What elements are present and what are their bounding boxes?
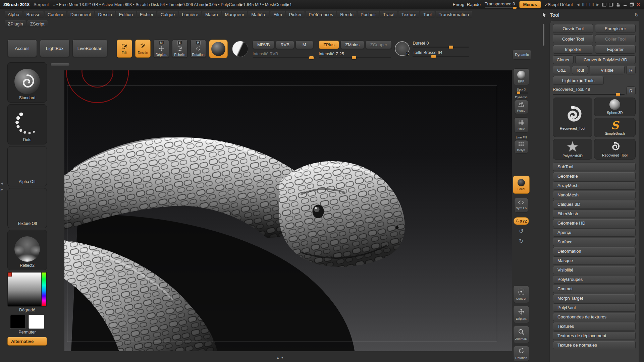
menu-item[interactable]: Pochoir [358, 11, 379, 18]
quick-save-button[interactable]: Enreg. Rapide [453, 2, 481, 7]
tool-section[interactable]: Textures de déplacement [553, 331, 636, 340]
focal-shift-slider[interactable]: Dureté 0 [413, 41, 469, 48]
maximize-icon[interactable] [630, 2, 634, 7]
frame-button[interactable]: Centrer [513, 286, 529, 303]
menu-item[interactable]: Transformation [436, 11, 472, 18]
accueil-button[interactable]: Accueil [7, 40, 37, 57]
stroke-thumbnail[interactable]: Dots [7, 104, 47, 144]
tool-section[interactable]: PolyGroupes [553, 275, 636, 284]
shelf-scroll-right-icon[interactable]: ▶ [596, 3, 599, 6]
menu-item[interactable]: Dessin [95, 11, 115, 18]
goz-all-button[interactable]: Tout [572, 66, 588, 74]
mrvb-button[interactable]: MRVB [253, 41, 274, 49]
tool-section[interactable]: Déformation [553, 247, 636, 255]
menu-item[interactable]: Matière [248, 11, 269, 18]
bpr-render-button[interactable]: BPR [513, 68, 529, 85]
tool-section[interactable]: ArrayMesh [553, 181, 636, 190]
menu-item[interactable]: Picker [286, 11, 305, 18]
make-polymesh3d-button[interactable]: Convertir PolyMesh3D [575, 55, 636, 64]
scale-button[interactable]: S Echelle [172, 40, 187, 58]
alpha-thumbnail[interactable]: Alpha Off [7, 146, 47, 186]
rotate-button[interactable]: R Rotation [191, 40, 206, 58]
menu-item[interactable]: Film [270, 11, 285, 18]
tool-section[interactable]: SubTool [553, 163, 636, 171]
tool-section[interactable]: NanoMesh [553, 191, 636, 199]
close-icon[interactable] [636, 2, 641, 7]
zadd-button[interactable]: ZPlus [319, 41, 339, 49]
texture-thumbnail[interactable]: Texture Off [7, 188, 47, 228]
tool-section[interactable]: Aperçu [553, 228, 636, 237]
goz-r-button[interactable]: R [626, 66, 636, 74]
menu-item[interactable]: Document [67, 11, 94, 18]
polyf-button[interactable]: PolyF [514, 140, 528, 154]
polymesh3d-tool[interactable]: PolyMesh3D [553, 139, 592, 160]
current-color-swatch[interactable] [8, 272, 12, 277]
tool-section[interactable]: Coordonnées de textures [553, 313, 636, 321]
minimize-icon[interactable] [623, 2, 627, 7]
menu-item[interactable]: Couleur [45, 11, 66, 18]
tool-section[interactable]: Morph Target [553, 294, 636, 302]
menu-item[interactable]: ZScript [27, 20, 48, 27]
active-tool-slider[interactable]: Recovered_Tool. 48 [553, 87, 625, 95]
panel-right-toggle-icon[interactable] [609, 3, 613, 7]
pan-button[interactable]: Déplac. [513, 306, 529, 323]
copy-tool-button[interactable]: Copier Tool [553, 35, 593, 43]
undo-icon[interactable]: ↺ [519, 228, 523, 234]
focal-shift-button[interactable]: S [395, 41, 410, 56]
material-button[interactable] [209, 40, 228, 58]
menu-item[interactable]: Lumière [179, 11, 201, 18]
panel-left-toggle-icon[interactable] [602, 3, 606, 7]
menu-item[interactable]: Alpha [5, 11, 22, 18]
menu-item[interactable]: Brosse [23, 11, 44, 18]
zoom3d-button[interactable]: Zoom3D [513, 326, 529, 343]
tool-r-button[interactable]: R [626, 86, 636, 95]
material-thumbnail[interactable]: Reflect2 [7, 230, 47, 270]
spix-handle[interactable] [517, 92, 520, 94]
secondary-color-swatch[interactable] [29, 315, 44, 329]
tool-section[interactable]: Texture de normales [553, 341, 636, 349]
tool-section[interactable]: PolyPaint [553, 303, 636, 312]
tray-expand-icon[interactable]: ▶ [1, 188, 3, 191]
saturation-value-square[interactable] [8, 273, 41, 306]
scroll-up-icon[interactable]: ▲ [276, 356, 281, 359]
focal-shift-handle[interactable] [449, 46, 453, 49]
tool-section[interactable]: Calques 3D [553, 200, 636, 208]
zcut-button[interactable]: ZCouper [366, 41, 392, 49]
paste-tool-button[interactable]: Coller Tool [595, 35, 636, 43]
symlo-button[interactable]: Sym.Lo [514, 198, 528, 213]
tray-divider-handle[interactable] [50, 63, 70, 66]
menu-item[interactable]: Edition [116, 11, 136, 18]
menu-item[interactable]: Rendu [337, 11, 357, 18]
rgb-intensity-slider[interactable]: Intensité RVB [253, 51, 316, 58]
sphere3d-tool[interactable]: Sphere3D [594, 98, 636, 116]
redo-icon[interactable]: ↻ [519, 238, 523, 244]
lightbox-button[interactable]: LightBox [40, 40, 69, 57]
color-swirl-button[interactable] [231, 40, 250, 58]
shelf-scroll-left-icon[interactable]: ◀ [577, 3, 580, 6]
grille-button[interactable]: Grille [514, 117, 528, 133]
color-picker[interactable] [7, 272, 47, 307]
tool-section[interactable]: Visibilité [553, 266, 636, 274]
tool-section[interactable]: FiberMesh [553, 209, 636, 218]
rgb-intensity-handle[interactable] [309, 56, 314, 59]
goz-visible-button[interactable]: Visible [590, 66, 625, 74]
tray-collapse-icon[interactable]: ◀ [1, 182, 3, 185]
menu-item[interactable]: Préférences [306, 11, 336, 18]
recovered-tool-small[interactable]: Recovered_Tool [594, 139, 636, 160]
tool-section[interactable]: Géométrie [553, 172, 636, 180]
tool-section[interactable]: Masque [553, 256, 636, 265]
menu-item[interactable]: Marqueur [222, 11, 248, 18]
menu-item[interactable]: Macro [202, 11, 221, 18]
active-tool-thumbnail[interactable]: Recovered_Tool [553, 98, 592, 137]
lock-icon[interactable] [616, 2, 621, 7]
active-tool-slider-handle[interactable] [616, 93, 620, 96]
canvas-viewport[interactable] [64, 70, 512, 351]
spix-slider[interactable]: Spix 3 [513, 86, 529, 94]
menu-item[interactable]: Texture [398, 11, 419, 18]
tool-section[interactable]: Textures [553, 322, 636, 330]
rotate-view-button[interactable]: Rotation [513, 346, 529, 361]
menu-item[interactable]: Tracé [380, 11, 397, 18]
liveboolean-button[interactable]: LiveBoolean [72, 40, 107, 57]
zsub-button[interactable]: ZMoins [340, 41, 364, 49]
local-symmetry-button[interactable]: Local [513, 176, 530, 194]
